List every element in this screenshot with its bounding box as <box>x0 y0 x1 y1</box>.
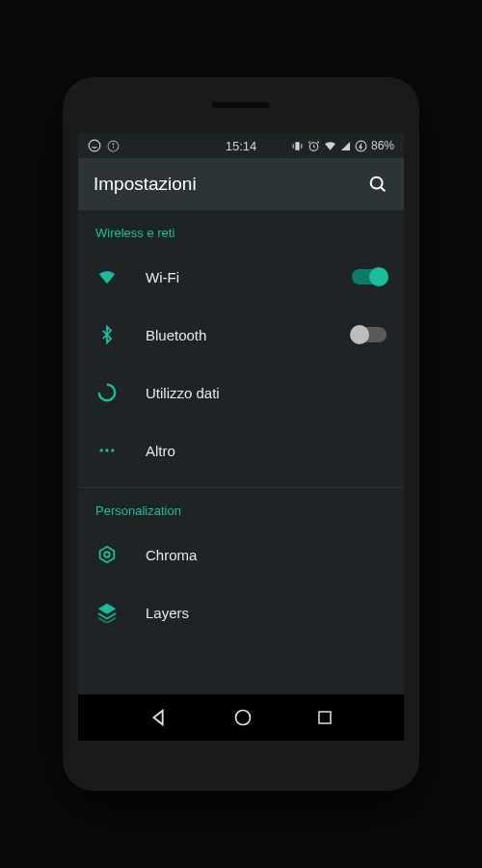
phone-speaker <box>212 102 270 108</box>
chroma-icon <box>95 543 119 566</box>
svg-point-9 <box>371 177 383 189</box>
recents-button[interactable] <box>316 709 334 726</box>
search-icon[interactable] <box>367 174 388 195</box>
setting-more[interactable]: Altro <box>78 421 404 479</box>
setting-data-usage[interactable]: Utilizzo dati <box>78 364 404 421</box>
battery-percent: 86% <box>371 139 394 152</box>
charging-icon <box>355 140 367 152</box>
section-header-personalization: Personalization <box>78 488 404 526</box>
alarm-icon <box>308 140 320 152</box>
svg-point-13 <box>105 448 108 451</box>
settings-content: Wireless e reti Wi-Fi Bluetooth U <box>78 210 404 641</box>
bluetooth-icon <box>95 323 119 346</box>
svg-point-16 <box>104 552 110 557</box>
svg-rect-4 <box>295 142 299 150</box>
svg-point-12 <box>100 448 103 451</box>
phone-frame: 15:14 86% I <box>63 77 419 791</box>
status-time: 15:14 <box>226 139 257 153</box>
setting-label: Wi-Fi <box>146 269 352 285</box>
svg-point-3 <box>113 143 114 144</box>
setting-label: Layers <box>146 605 387 621</box>
vibrate-icon <box>291 140 304 152</box>
svg-point-0 <box>89 140 100 151</box>
more-icon <box>95 439 119 462</box>
setting-label: Utilizzo dati <box>146 385 387 401</box>
setting-wifi[interactable]: Wi-Fi <box>78 248 404 306</box>
page-title: Impostazioni <box>94 174 197 195</box>
svg-line-10 <box>381 187 385 191</box>
section-header-wireless: Wireless e reti <box>78 210 404 248</box>
back-button[interactable] <box>148 707 170 728</box>
setting-label: Altro <box>146 443 387 459</box>
navigation-bar <box>78 694 404 741</box>
cell-signal-icon <box>340 141 351 151</box>
svg-point-17 <box>236 711 251 725</box>
setting-layers[interactable]: Layers <box>78 583 404 641</box>
svg-rect-18 <box>319 712 331 723</box>
svg-point-14 <box>111 448 114 451</box>
app-bar: Impostazioni <box>78 158 404 210</box>
setting-label: Chroma <box>146 547 387 563</box>
setting-label: Bluetooth <box>146 327 352 343</box>
whatsapp-icon <box>88 139 101 152</box>
setting-bluetooth[interactable]: Bluetooth <box>78 306 404 364</box>
data-usage-icon <box>95 381 119 404</box>
setting-chroma[interactable]: Chroma <box>78 526 404 583</box>
status-bar: 15:14 86% <box>78 133 404 158</box>
wifi-signal-icon <box>324 140 336 152</box>
svg-marker-15 <box>100 547 115 563</box>
info-icon <box>107 140 120 152</box>
screen: 15:14 86% I <box>78 133 404 741</box>
wifi-toggle[interactable] <box>352 269 387 285</box>
wifi-icon <box>95 265 119 288</box>
bluetooth-toggle[interactable] <box>352 327 387 342</box>
svg-point-11 <box>99 385 116 401</box>
layers-icon <box>95 601 119 624</box>
home-button[interactable] <box>233 708 253 727</box>
